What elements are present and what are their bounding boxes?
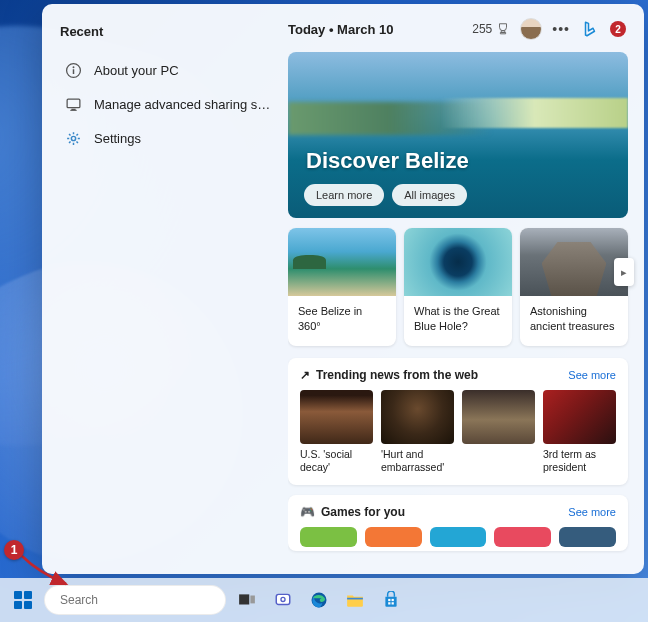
chat-button[interactable] <box>268 585 298 615</box>
trending-icon: ↗ <box>300 368 310 382</box>
recent-heading: Recent <box>60 24 276 39</box>
gear-icon <box>64 129 82 147</box>
recent-item-label: Manage advanced sharing settin... <box>94 97 272 112</box>
news-card[interactable] <box>462 390 535 475</box>
recent-item-label: About your PC <box>94 63 179 78</box>
learn-more-button[interactable]: Learn more <box>304 184 384 206</box>
trending-section: ↗ Trending news from the web See more U.… <box>288 358 628 485</box>
info-icon <box>64 61 82 79</box>
recent-item-sharing[interactable]: Manage advanced sharing settin... <box>60 87 276 121</box>
today-date: Today • March 10 <box>288 22 393 37</box>
svg-rect-10 <box>250 596 255 604</box>
recent-column: Recent About your PC Manage advanced sha… <box>42 4 288 574</box>
games-section: 🎮 Games for you See more <box>288 495 628 551</box>
svg-rect-3 <box>67 99 80 108</box>
see-more-link[interactable]: See more <box>568 369 616 381</box>
controller-icon: 🎮 <box>300 505 315 519</box>
related-card[interactable]: See Belize in 360° <box>288 228 396 346</box>
monitor-icon <box>64 95 82 113</box>
content-header: Today • March 10 255 ••• 2 <box>288 18 628 40</box>
recent-item-about-pc[interactable]: About your PC <box>60 53 276 87</box>
recent-item-label: Settings <box>94 131 141 146</box>
news-caption: 'Hurt and embarrassed' <box>381 448 454 475</box>
svg-rect-9 <box>239 594 249 604</box>
svg-rect-15 <box>388 599 390 601</box>
svg-rect-2 <box>72 69 73 74</box>
card-image <box>404 228 512 296</box>
news-card[interactable]: 3rd term as president <box>543 390 616 475</box>
search-input[interactable] <box>60 593 210 607</box>
news-image <box>300 390 373 444</box>
edge-button[interactable] <box>304 585 334 615</box>
svg-rect-11 <box>276 594 290 604</box>
notification-badge[interactable]: 2 <box>610 21 626 37</box>
scroll-right-button[interactable]: ▸ <box>614 258 634 286</box>
game-tile[interactable] <box>430 527 487 547</box>
trending-heading: ↗ Trending news from the web <box>300 368 478 382</box>
related-card[interactable]: What is the Great Blue Hole? <box>404 228 512 346</box>
task-view-button[interactable] <box>232 585 262 615</box>
header-actions: 255 ••• 2 <box>472 18 626 40</box>
all-images-button[interactable]: All images <box>392 184 467 206</box>
trophy-icon <box>496 22 510 36</box>
card-image <box>520 228 628 296</box>
news-caption: U.S. 'social decay' <box>300 448 373 475</box>
recent-item-settings[interactable]: Settings <box>60 121 276 155</box>
card-caption: Astonishing ancient treasures <box>520 296 628 346</box>
card-caption: See Belize in 360° <box>288 296 396 346</box>
news-card[interactable]: U.S. 'social decay' <box>300 390 373 475</box>
taskbar <box>0 578 648 622</box>
game-tile[interactable] <box>559 527 616 547</box>
user-avatar[interactable] <box>520 18 542 40</box>
related-card[interactable]: Astonishing ancient treasures <box>520 228 628 346</box>
news-image <box>381 390 454 444</box>
explorer-button[interactable] <box>340 585 370 615</box>
points-value: 255 <box>472 22 492 36</box>
news-card[interactable]: 'Hurt and embarrassed' <box>381 390 454 475</box>
news-caption: 3rd term as president <box>543 448 616 475</box>
rewards-points[interactable]: 255 <box>472 22 510 36</box>
card-caption: What is the Great Blue Hole? <box>404 296 512 346</box>
more-button[interactable]: ••• <box>552 21 570 37</box>
svg-point-6 <box>71 136 75 140</box>
game-tile[interactable] <box>494 527 551 547</box>
bing-icon[interactable] <box>580 19 600 39</box>
card-image <box>288 228 396 296</box>
related-row: See Belize in 360° What is the Great Blu… <box>288 228 628 346</box>
games-strip <box>300 527 616 547</box>
content-column: Today • March 10 255 ••• 2 Discover Beli… <box>288 4 644 574</box>
svg-rect-5 <box>70 109 76 110</box>
hero-title: Discover Belize <box>306 148 469 174</box>
search-panel: Recent About your PC Manage advanced sha… <box>42 4 644 574</box>
svg-rect-16 <box>392 599 394 601</box>
game-tile[interactable] <box>300 527 357 547</box>
svg-rect-18 <box>392 602 394 604</box>
news-image <box>462 390 535 444</box>
games-heading: 🎮 Games for you <box>300 505 405 519</box>
svg-point-1 <box>72 66 74 68</box>
svg-rect-17 <box>388 602 390 604</box>
hero-card[interactable]: Discover Belize Learn more All images <box>288 52 628 218</box>
game-tile[interactable] <box>365 527 422 547</box>
store-button[interactable] <box>376 585 406 615</box>
news-image <box>543 390 616 444</box>
see-more-link[interactable]: See more <box>568 506 616 518</box>
annotation-callout-1: 1 <box>4 540 24 560</box>
svg-rect-14 <box>347 598 363 600</box>
annotation-arrow <box>18 552 76 592</box>
